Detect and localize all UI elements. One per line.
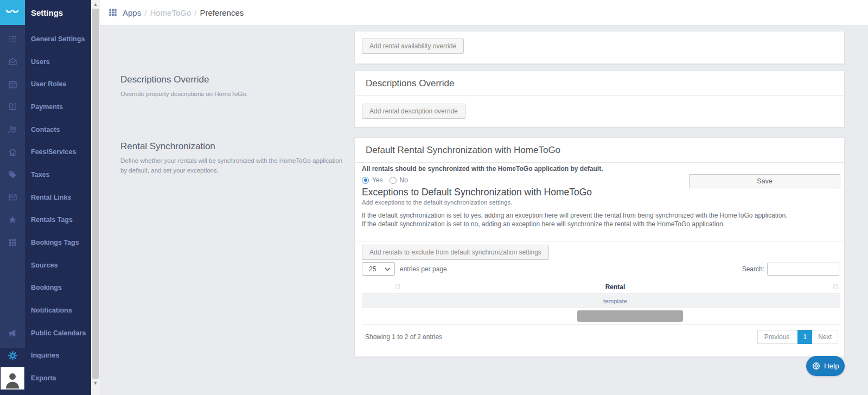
column-header-rental[interactable]: Rental [605,283,626,291]
sidebar-item-bookings[interactable]: Bookings [25,277,91,300]
radio-yes[interactable] [362,177,369,184]
radio-no[interactable] [390,177,397,184]
breadcrumb-app-link[interactable]: HomeToGo [150,8,191,17]
card-title: Default Rental Synchronization with Home… [366,145,560,155]
list-icon[interactable] [0,28,25,50]
card-header: Descriptions Override [355,71,844,96]
sidebar-item-label: Rentals Tags [31,216,73,224]
rail-spacer [0,299,25,322]
rentals-table: Rental template [362,280,840,324]
grid-icon[interactable] [0,231,25,254]
home-icon[interactable] [0,141,25,163]
rail-spacer [0,254,25,277]
breadcrumb-separator: / [144,8,146,17]
sidebar-item-inquiries[interactable]: Inquiries [25,345,91,367]
radio-no-label[interactable]: No [400,176,408,184]
save-button[interactable]: Save [689,174,840,188]
sort-placeholder-icon[interactable] [833,284,838,289]
sidebar-item-label: Notifications [31,307,72,314]
main-content: Add rental availability override Descrip… [100,26,868,395]
exceptions-subtitle: Add exceptions to the default synchroniz… [362,199,512,206]
user-avatar[interactable] [0,367,25,390]
calendar-icon[interactable] [0,73,25,95]
sidebar-item-label: Exports [31,374,56,382]
envelope-icon[interactable] [0,186,25,209]
sidebar-item-label: Rental Links [31,194,71,201]
section-title: Rental Synchronization [120,141,343,152]
entries-per-page-select[interactable]: 25 [362,262,395,276]
sidebar-item-public-calendars[interactable]: Public Calendars [25,322,91,345]
people-icon[interactable] [0,118,25,141]
add-rental-description-override-button[interactable]: Add rental description override [362,104,465,119]
breadcrumb: Apps/HomeToGo/Preferences [123,8,244,17]
exceptions-title: Exceptions to Default Synchronization wi… [362,187,592,198]
pagination-next-button[interactable]: Next [812,330,838,344]
scroll-down-icon[interactable]: ▼ [91,379,100,387]
lifebuoy-icon [812,361,821,371]
card-title: Descriptions Override [366,78,454,88]
pagination: Previous 1 Next [757,330,838,344]
sort-placeholder-icon[interactable] [395,284,400,289]
pagination-page-1-button[interactable]: 1 [797,330,812,344]
entries-per-page-value: 25 [369,265,376,273]
descriptions-override-card: Descriptions Override Add rental descrip… [354,71,845,128]
scroll-up-icon[interactable]: ▲ [91,0,100,8]
add-rentals-exclude-button[interactable]: Add rentals to exclude from default sync… [362,245,549,260]
section-description: Define whether your rentals will be sync… [120,156,343,176]
sidebar-item-users[interactable]: Users [25,50,91,73]
sidebar-item-label: Payments [31,103,63,111]
sidebar-item-label: Contacts [31,126,60,133]
gear-icon[interactable] [0,345,25,367]
megaphone-icon[interactable] [0,322,25,345]
book-icon[interactable] [0,95,25,118]
star-icon[interactable] [0,209,25,232]
sidebar-item-exports[interactable]: Exports [25,367,91,390]
pagination-previous-button[interactable]: Previous [757,330,797,344]
sidebar-icon-list [0,28,25,390]
sidebar-item-rentals-tags[interactable]: Rentals Tags [25,209,91,232]
chevron-down-icon [385,267,391,271]
sidebar-item-label: General Settings [31,35,85,43]
sidebar-item-general-settings[interactable]: General Settings [25,28,91,50]
radio-yes-label[interactable]: Yes [372,176,383,184]
rental-synchronization-card: Default Rental Synchronization with Home… [354,137,845,357]
sidebar-nav: General Settings Users User Roles Paymen… [25,26,91,390]
sidebar-item-bookings-tags[interactable]: Bookings Tags [25,231,91,254]
sidebar-item-rental-links[interactable]: Rental Links [25,186,91,209]
redacted-rental-bar [577,310,683,322]
table-row[interactable] [362,308,840,324]
sidebar-item-taxes[interactable]: Taxes [25,163,91,186]
sidebar-item-payments[interactable]: Payments [25,95,91,118]
scrollbar-thumb[interactable] [92,9,99,379]
divider [355,241,844,241]
sidebar-item-sources[interactable]: Sources [25,254,91,277]
breadcrumb-apps-link[interactable]: Apps [123,8,141,17]
sidebar-scrollbar[interactable]: ▲ ▼ [91,0,100,395]
top-header: Apps/HomeToGo/Preferences [100,0,868,26]
exceptions-note-no: If the default synchronization is set to… [362,220,725,228]
avatar [1,367,24,390]
app-logo[interactable] [0,0,25,25]
table-search: Search: [742,263,839,276]
sidebar-item-user-roles[interactable]: User Roles [25,73,91,95]
table-row[interactable]: template [362,294,840,308]
search-input[interactable] [767,263,839,276]
sidebar-item-contacts[interactable]: Contacts [25,118,91,141]
apps-grid-icon[interactable] [108,8,117,17]
inbox-icon[interactable] [0,50,25,73]
sidebar-item-notifications[interactable]: Notifications [25,299,91,322]
sidebar-item-label: Taxes [31,171,50,179]
sync-question-label: All rentals should be synchronized with … [362,165,603,173]
descriptions-override-section-label: Descriptions Override Override property … [120,74,343,99]
sidebar-item-label: Sources [31,262,58,269]
table-header-row: Rental [362,280,840,294]
sidebar-item-label: User Roles [31,80,66,88]
rental-synchronization-section-label: Rental Synchronization Define whether yo… [120,141,343,176]
tag-icon[interactable] [0,163,25,186]
sidebar-item-label: Fees/Services [31,148,76,156]
sidebar-item-label: Bookings Tags [31,239,79,246]
sidebar-item-fees-services[interactable]: Fees/Services [25,141,91,163]
sidebar-item-label: Users [31,58,50,66]
help-button[interactable]: Help [806,356,845,376]
add-rental-availability-override-button[interactable]: Add rental availability override [362,39,464,54]
